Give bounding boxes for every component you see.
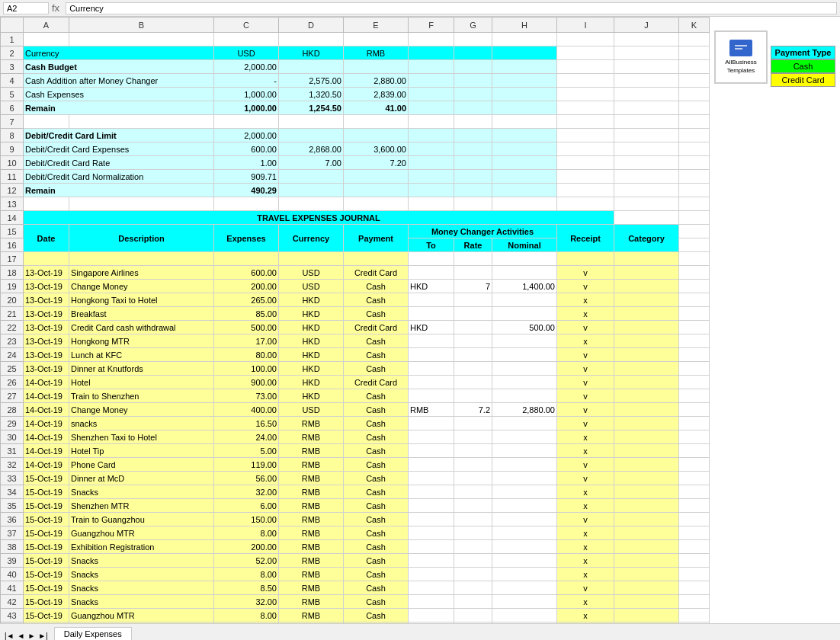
cell-b3[interactable]: Cash Budget [24,60,214,74]
row-num-18: 18 [1,266,24,280]
payment-type-credit[interactable]: Credit Card [771,73,835,87]
col-header-rownum [1,18,24,33]
table-row: 28 14-Oct-19 Change Money 400.00 USD Cas… [1,403,710,417]
table-row: 6 Remain 1,000.00 1,254.50 41.00 [1,101,710,115]
table-row: 8 Debit/Credit Card Limit 2,000.00 [1,129,710,142]
row-num-32: 32 [1,458,24,472]
row-num-29: 29 [1,417,24,430]
row-num-26: 26 [1,376,24,389]
row-num-24: 24 [1,348,24,362]
table-row: 23 13-Oct-19 Hongkong MTR 17.00 HKD Cash… [1,334,710,348]
cell-e6[interactable]: 41.00 [344,101,409,115]
row-num-35: 35 [1,499,24,513]
cell-e9[interactable]: 3,600.00 [344,142,409,156]
tab-bar: |◄ ◄ ► ►| Daily Expenses [0,623,840,640]
cell-c2[interactable]: USD [214,46,279,60]
sheet-tab-daily-expenses[interactable]: Daily Expenses [54,627,132,640]
row-num-43: 43 [1,609,24,622]
grid-area: A B C D E F G H I J K 1 [0,17,840,623]
cell-e2[interactable]: RMB [344,46,409,60]
table-row: 39 15-Oct-19 Snacks 52.00 RMB Cash x [1,554,710,568]
col-header-e[interactable]: E [344,18,409,33]
cell-c12[interactable]: 490.29 [214,184,279,197]
cell-reference[interactable] [3,2,49,14]
row-num-6: 6 [1,101,24,115]
col-header-j[interactable]: J [614,18,679,33]
col-header-i[interactable]: I [557,18,614,33]
cell-c4[interactable]: - [214,74,279,88]
col-header-d[interactable]: D [279,18,344,33]
header-to: To [409,238,454,252]
col-header-a[interactable]: A [24,18,69,33]
row-num-42: 42 [1,595,24,609]
cell-c6[interactable]: 1,000.00 [214,101,279,115]
cell-c10[interactable]: 1.00 [214,156,279,170]
row-num-40: 40 [1,568,24,581]
cell-d9[interactable]: 2,868.00 [279,142,344,156]
col-header-f[interactable]: F [409,18,454,33]
tab-arrow-first[interactable]: |◄ [5,632,14,640]
logo-box: AllBusinessTemplates [714,30,768,84]
table-row: 27 14-Oct-19 Train to Shenzhen 73.00 HKD… [1,389,710,403]
row-num-9: 9 [1,142,24,156]
payment-type-box: Payment Type Cash Credit Card [771,46,835,87]
table-row: 20 13-Oct-19 Hongkong Taxi to Hotel 265.… [1,293,710,307]
cell-b11[interactable]: Debit/Credit Card Normalization [24,170,214,184]
tab-arrow-prev[interactable]: ◄ [18,632,25,640]
table-row: 24 13-Oct-19 Lunch at KFC 80.00 HKD Cash… [1,348,710,362]
payment-type-cash[interactable]: Cash [771,59,835,73]
table-row: 33 15-Oct-19 Dinner at McD 56.00 RMB Cas… [1,472,710,485]
table-row: 35 15-Oct-19 Shenzhen MTR 6.00 RMB Cash … [1,499,710,513]
cell-c11[interactable]: 909.71 [214,170,279,184]
table-row: 41 15-Oct-19 Snacks 8.50 RMB Cash v [1,581,710,595]
cell-b10[interactable]: Debit/Credit Card Rate [24,156,214,170]
tab-arrow-last[interactable]: ►| [38,632,48,640]
cell-d6[interactable]: 1,254.50 [279,101,344,115]
cell-b6[interactable]: Remain [24,101,214,115]
cell-d10[interactable]: 7.00 [279,156,344,170]
cell-e10[interactable]: 7.20 [344,156,409,170]
cell-b9[interactable]: Debit/Credit Card Expenses [24,142,214,156]
table-row: 37 15-Oct-19 Guangzhou MTR 8.00 RMB Cash… [1,526,710,540]
table-row: 30 14-Oct-19 Shenzhen Taxi to Hotel 24.0… [1,430,710,444]
table-row: 25 13-Oct-19 Dinner at Knutfords 100.00 … [1,362,710,376]
table-row: 7 [1,115,710,129]
col-header-h[interactable]: H [492,18,557,33]
cell-e4[interactable]: 2,880.00 [344,74,409,88]
col-header-k[interactable]: K [679,18,710,33]
header-expenses: Expenses [214,225,279,252]
cell-c9[interactable]: 600.00 [214,142,279,156]
row-num-11: 11 [1,170,24,184]
col-header-c[interactable]: C [214,18,279,33]
cell-b12[interactable]: Remain [24,184,214,197]
cell-b8[interactable]: Debit/Credit Card Limit [24,129,214,142]
tab-arrow-next[interactable]: ► [27,632,35,640]
col-header-b[interactable]: B [69,18,214,33]
cell-d2[interactable]: HKD [279,46,344,60]
cell-c3[interactable]: 2,000.00 [214,60,279,74]
col-header-g[interactable]: G [454,18,492,33]
table-row: 43 15-Oct-19 Guangzhou MTR 8.00 RMB Cash… [1,609,710,622]
cell-d5[interactable]: 1,320.50 [279,88,344,101]
row-num-3: 3 [1,60,24,74]
row-num-41: 41 [1,581,24,595]
header-money-changer: Money Changer Activities [409,225,557,238]
cell-c8[interactable]: 2,000.00 [214,129,279,142]
table-row: 3 Cash Budget 2,000.00 [1,60,710,74]
cell-e5[interactable]: 2,839.00 [344,88,409,101]
table-row: 36 15-Oct-19 Train to Guangzhou 150.00 R… [1,513,710,526]
header-rate: Rate [454,238,492,252]
table-row: 19 13-Oct-19 Change Money 200.00 USD Cas… [1,280,710,293]
cell-b2[interactable]: Currency [24,46,214,60]
cell-c5[interactable]: 1,000.00 [214,88,279,101]
cell-b4[interactable]: Cash Addition after Money Changer [24,74,214,88]
journal-header: TRAVEL EXPENSES JOURNAL [24,211,614,225]
cell-b5[interactable]: Cash Expenses [24,88,214,101]
row-num-14: 14 [1,211,24,225]
row-num-22: 22 [1,321,24,334]
cell-d4[interactable]: 2,575.00 [279,74,344,88]
row-num-34: 34 [1,485,24,499]
formula-input[interactable] [66,2,837,14]
header-currency: Currency [279,225,344,252]
table-row: 12 Remain 490.29 [1,184,710,197]
